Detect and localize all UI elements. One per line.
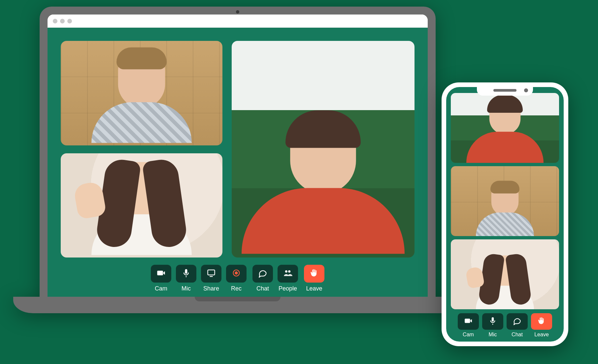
chat-button[interactable]: Chat xyxy=(507,313,528,338)
svg-point-4 xyxy=(288,270,290,272)
camera-button[interactable]: Cam xyxy=(458,313,479,338)
browser-titlebar xyxy=(48,15,428,28)
share-screen-icon xyxy=(207,268,216,279)
people-label: People xyxy=(279,285,297,292)
call-toolbar: Cam Mic Share xyxy=(61,258,415,292)
camera-icon xyxy=(156,268,166,279)
participant-tile[interactable] xyxy=(61,41,222,145)
leave-button[interactable]: Leave xyxy=(304,265,324,292)
participant-avatar xyxy=(476,256,534,309)
phone-speaker-icon xyxy=(493,89,516,92)
mic-icon xyxy=(488,317,497,326)
chat-label: Chat xyxy=(512,332,523,338)
video-grid-mobile xyxy=(451,93,559,309)
participant-tile-main[interactable] xyxy=(232,41,415,258)
participant-avatar xyxy=(91,50,192,143)
camera-label: Cam xyxy=(155,285,167,292)
people-icon xyxy=(283,268,292,279)
chat-label: Chat xyxy=(256,285,269,292)
leave-button[interactable]: Leave xyxy=(531,313,552,338)
participant-tile[interactable] xyxy=(451,166,559,236)
share-label: Share xyxy=(203,285,219,292)
camera-label: Cam xyxy=(463,332,474,338)
toolbar-group-media: Cam Mic Share xyxy=(151,265,247,292)
window-maximize-icon[interactable] xyxy=(67,19,72,23)
participant-tile[interactable] xyxy=(451,93,559,163)
phone-front-camera-icon xyxy=(524,88,528,92)
mic-button[interactable]: Mic xyxy=(176,265,196,292)
laptop-hinge-notch xyxy=(195,297,281,301)
leave-label: Leave xyxy=(306,285,322,292)
phone-device: Cam Mic Chat Leave xyxy=(442,82,568,346)
chat-button[interactable]: Chat xyxy=(252,265,273,292)
laptop-camera-icon xyxy=(236,10,239,14)
window-minimize-icon[interactable] xyxy=(60,19,65,23)
participant-tile[interactable] xyxy=(451,239,559,309)
camera-button[interactable]: Cam xyxy=(151,265,171,292)
video-call-app-mobile: Cam Mic Chat Leave xyxy=(446,87,564,342)
mic-icon xyxy=(182,268,191,279)
share-button[interactable]: Share xyxy=(201,265,221,292)
mic-label: Mic xyxy=(182,285,191,292)
participant-tile[interactable] xyxy=(61,153,222,258)
participant-avatar xyxy=(466,96,544,163)
wave-icon xyxy=(537,317,546,326)
people-button[interactable]: People xyxy=(278,265,298,292)
mic-button[interactable]: Mic xyxy=(482,313,503,338)
laptop-device: Cam Mic Share xyxy=(13,7,462,313)
record-label: Rec xyxy=(231,285,242,292)
camera-icon xyxy=(464,317,473,326)
leave-label: Leave xyxy=(534,332,549,338)
record-button[interactable]: Rec xyxy=(226,265,247,292)
laptop-body: Cam Mic Share xyxy=(40,7,436,297)
svg-point-2 xyxy=(235,272,238,274)
video-call-app-desktop: Cam Mic Share xyxy=(48,28,428,297)
laptop-base xyxy=(13,297,462,313)
laptop-screen: Cam Mic Share xyxy=(48,15,428,297)
toolbar-group-leave: Leave xyxy=(304,265,324,292)
chat-icon xyxy=(513,317,521,326)
participant-avatar xyxy=(91,162,192,255)
video-grid xyxy=(61,41,415,258)
chat-icon xyxy=(258,268,267,279)
record-icon xyxy=(232,268,241,279)
wave-icon xyxy=(310,268,319,279)
toolbar-group-collab: Chat People xyxy=(252,265,298,292)
video-column-secondary xyxy=(61,41,222,258)
svg-rect-0 xyxy=(208,270,215,275)
participant-avatar xyxy=(476,182,534,236)
mic-label: Mic xyxy=(489,332,497,338)
svg-point-3 xyxy=(285,270,287,272)
participant-avatar xyxy=(242,112,405,254)
call-toolbar-mobile: Cam Mic Chat Leave xyxy=(451,309,559,338)
window-close-icon[interactable] xyxy=(53,19,57,23)
